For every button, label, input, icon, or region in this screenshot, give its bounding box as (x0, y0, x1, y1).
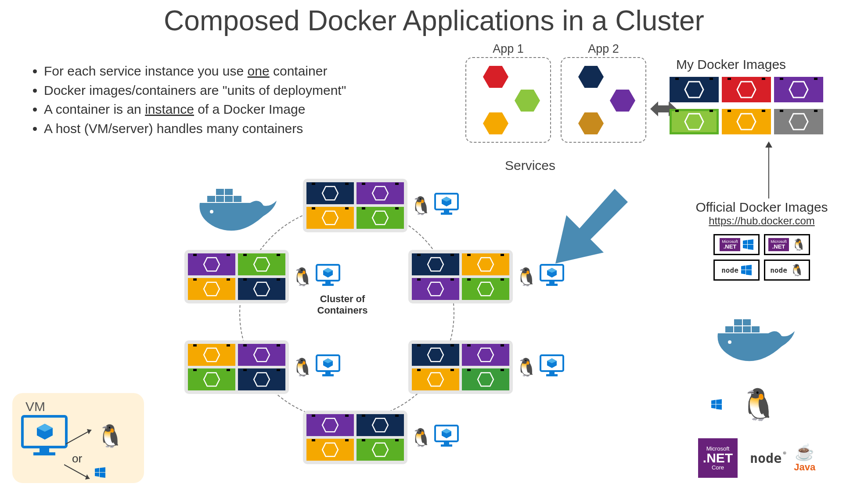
service-hex (578, 66, 604, 88)
svg-marker-86 (711, 400, 716, 404)
tux-icon-node: 🐧 (515, 357, 537, 378)
node-container-grid (408, 340, 513, 394)
svg-marker-61 (204, 373, 220, 386)
app1-box: App 1 (465, 57, 551, 143)
container-box (412, 368, 459, 390)
docker-image-box (670, 109, 719, 134)
service-hex (483, 112, 508, 134)
container-box (188, 253, 235, 275)
container-box (357, 207, 404, 229)
svg-marker-80 (372, 443, 388, 457)
svg-marker-3 (789, 82, 808, 97)
official-image-box: Microsoft.NET (713, 234, 760, 255)
node-container-grid (184, 340, 289, 394)
svg-rect-56 (546, 284, 558, 286)
vm-monitor-mini-icon (315, 354, 341, 380)
tech-logos: Microsoft .NET Core node ☕ Java (698, 438, 815, 478)
dotnet-core-logo: Microsoft .NET Core (698, 438, 738, 478)
node-container-grid (303, 179, 407, 232)
svg-marker-89 (716, 404, 722, 410)
svg-line-97 (64, 465, 90, 479)
svg-rect-65 (322, 374, 334, 376)
tux-icon: 🐧 (739, 386, 778, 422)
app2-label: App 2 (562, 42, 645, 56)
tux-icon-vm: 🐧 (97, 423, 124, 449)
svg-marker-41 (204, 258, 220, 271)
container-box (462, 344, 509, 366)
svg-point-31 (728, 340, 731, 344)
svg-rect-73 (549, 372, 555, 374)
container-box (306, 207, 354, 229)
vm-arrow-bottom (64, 463, 95, 482)
svg-marker-68 (428, 348, 443, 362)
container-box (412, 253, 459, 275)
svg-marker-35 (372, 211, 388, 225)
app2-box: App 2 (561, 57, 646, 143)
bullet-2: Docker images/containers are "units of d… (44, 81, 346, 100)
svg-marker-99 (95, 468, 99, 472)
svg-marker-101 (95, 473, 99, 476)
svg-marker-71 (478, 373, 493, 386)
svg-marker-59 (204, 348, 220, 362)
svg-marker-79 (322, 443, 338, 457)
windows-icon (711, 399, 722, 410)
container-box (412, 344, 459, 366)
svg-marker-62 (254, 373, 270, 386)
container-box (462, 368, 509, 390)
svg-marker-52 (428, 282, 443, 296)
cluster-node: 🐧 (184, 338, 336, 396)
svg-rect-37 (444, 210, 449, 213)
svg-marker-43 (204, 282, 220, 296)
cluster-node: 🐧 (408, 338, 560, 396)
svg-rect-30 (752, 326, 760, 332)
svg-rect-27 (725, 326, 733, 332)
official-image-box: Microsoft.NET🐧 (764, 234, 810, 255)
my-docker-images-grid (670, 77, 823, 138)
svg-marker-44 (254, 282, 270, 296)
vm-arrow-top (66, 426, 97, 446)
tux-icon-node: 🐧 (410, 427, 432, 448)
tux-icon-node: 🐧 (292, 267, 313, 287)
container-box (238, 368, 285, 390)
tux-icon-node: 🐧 (515, 267, 537, 287)
cluster-node: 🐧 (184, 248, 336, 306)
app1-label: App 1 (466, 42, 550, 56)
container-box (238, 344, 285, 366)
service-hex (578, 112, 604, 134)
svg-marker-51 (478, 258, 493, 271)
docker-hub-link[interactable]: https://hub.docker.com (678, 215, 845, 227)
svg-marker-102 (100, 473, 105, 478)
svg-marker-4 (685, 114, 703, 130)
cluster-node: 🐧 (408, 248, 560, 306)
svg-rect-64 (325, 372, 331, 374)
container-box (357, 182, 404, 204)
docker-image-box (722, 109, 771, 134)
docker-image-box (774, 109, 823, 134)
bullet-list: For each service instance you use one co… (31, 61, 346, 138)
service-hex (483, 66, 508, 88)
container-box (357, 414, 404, 436)
svg-marker-70 (428, 373, 443, 386)
svg-marker-12 (748, 245, 753, 250)
svg-marker-87 (716, 399, 722, 404)
bullet-4: A host (VM/server) handles many containe… (44, 119, 346, 138)
svg-marker-14 (746, 265, 752, 270)
svg-marker-6 (789, 114, 808, 130)
svg-marker-42 (254, 258, 270, 271)
tux-icon-node: 🐧 (410, 195, 432, 216)
container-box (188, 368, 235, 390)
svg-marker-60 (254, 348, 270, 362)
cluster-diagram: Cluster of Containers 🐧🐧🐧🐧🐧🐧 (171, 184, 514, 483)
svg-marker-9 (743, 240, 747, 244)
svg-rect-82 (444, 442, 449, 444)
vm-monitor-mini-icon (539, 263, 565, 290)
service-hex (515, 90, 540, 112)
svg-rect-91 (40, 448, 49, 452)
services-label: Services (505, 158, 555, 173)
docker-whale-icon-right (716, 316, 799, 371)
vm-monitor-mini-icon (315, 263, 341, 290)
svg-marker-15 (741, 270, 746, 274)
svg-line-95 (66, 430, 91, 444)
svg-rect-26 (743, 319, 751, 325)
container-box (412, 278, 459, 300)
